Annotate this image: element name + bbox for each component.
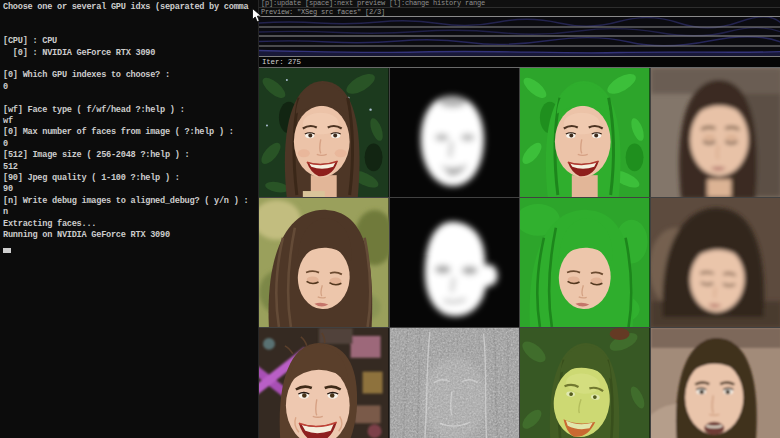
terminal-line [3, 25, 258, 36]
source-face-image [259, 328, 389, 438]
terminal-line: Running on NVIDIA GeForce RTX 3090 [3, 230, 258, 241]
terminal-line: 0 [3, 82, 258, 93]
preview-cell-r3c1 [259, 328, 390, 438]
terminal-line: n [3, 207, 258, 218]
terminal-line: Extracting faces... [3, 219, 258, 230]
source-face-image [259, 198, 389, 327]
terminal-line [3, 59, 258, 70]
preview-grid [259, 68, 780, 438]
terminal-line: [0] Max number of faces from image ( ?:h… [3, 127, 258, 138]
predicted-face-image [651, 68, 780, 197]
preview-cell-r2c1 [259, 198, 390, 328]
preview-cell-r1c4 [651, 68, 780, 198]
terminal-caret [3, 248, 11, 253]
untrained-texture-image [390, 328, 520, 438]
preview-cell-r1c2 [390, 68, 521, 198]
terminal-line: [90] Jpeg quality ( 1-100 ?:help ) : [3, 173, 258, 184]
terminal-line: [0] Which GPU indexes to choose? : [3, 70, 258, 81]
iteration-counter: Iter: 275 [259, 56, 780, 68]
terminal-line: [wf] Face type ( f/wf/head ?:help ) : [3, 105, 258, 116]
terminal-line: 90 [3, 184, 258, 195]
preview-window[interactable]: [p]:update [space]:next preview [l]:chan… [258, 0, 780, 438]
source-face-image [259, 68, 389, 197]
preview-cell-r2c3 [520, 198, 651, 328]
terminal-line: [0] : NVIDIA GeForce RTX 3090 [3, 48, 258, 59]
terminal-line: 0 [3, 139, 258, 150]
loss-history-graph [259, 17, 780, 56]
preview-cell-r1c1 [259, 68, 390, 198]
terminal-line [3, 93, 258, 104]
terminal-line: Choose one or several GPU idxs (separate… [3, 2, 258, 13]
predicted-face-image [651, 328, 780, 438]
preview-cell-r1c3 [520, 68, 651, 198]
terminal-line: [512] Image size ( 256-2048 ?:help ) : [3, 150, 258, 161]
screen: Choose one or several GPU idxs (separate… [0, 0, 780, 438]
mask-overlay-image [520, 328, 650, 438]
terminal-line: wf [3, 116, 258, 127]
terminal-line: [CPU] : CPU [3, 36, 258, 47]
preview-cell-r2c4 [651, 198, 780, 328]
predicted-face-image [651, 198, 780, 327]
preview-cell-r2c2 [390, 198, 521, 328]
terminal-window[interactable]: Choose one or several GPU idxs (separate… [0, 0, 258, 438]
preview-hotkeys: [p]:update [space]:next preview [l]:chan… [259, 0, 780, 8]
preview-cell-r3c3 [520, 328, 651, 438]
mouse-cursor-icon [252, 8, 263, 23]
xseg-mask-image [390, 68, 520, 197]
xseg-mask-image [390, 198, 520, 327]
preview-title: Preview: "XSeg src faces" [2/3] [259, 8, 780, 17]
terminal-line: [n] Write debug images to aligned_debug?… [3, 196, 258, 207]
preview-cell-r3c2 [390, 328, 521, 438]
terminal-line [3, 13, 258, 24]
preview-cell-r3c4 [651, 328, 780, 438]
terminal-line: 512 [3, 162, 258, 173]
mask-overlay-image [520, 68, 650, 197]
mask-overlay-image [520, 198, 650, 327]
